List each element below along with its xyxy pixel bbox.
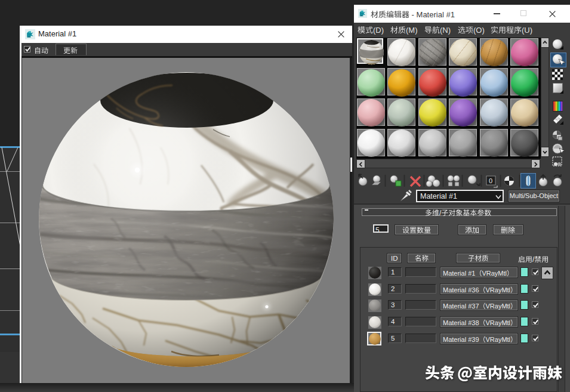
svg-text:- Material #1: - Material #1 bbox=[409, 10, 455, 19]
svg-text:(M): (M) bbox=[406, 26, 418, 35]
svg-text:Material #38: Material #38 bbox=[443, 319, 479, 326]
svg-text:Material #36: Material #36 bbox=[443, 286, 479, 294]
svg-text:VRayMtl: VRayMtl bbox=[486, 303, 511, 310]
svg-text:(N): (N) bbox=[440, 26, 451, 35]
svg-text:VRayMtl: VRayMtl bbox=[486, 286, 511, 294]
svg-text:VRayMtl: VRayMtl bbox=[486, 336, 511, 343]
svg-text:(O): (O) bbox=[473, 26, 485, 35]
svg-text:VRayMtl: VRayMtl bbox=[486, 319, 511, 326]
svg-text:/: / bbox=[532, 255, 535, 264]
svg-text:Material #39: Material #39 bbox=[443, 336, 479, 343]
svg-text:/: / bbox=[439, 209, 442, 217]
svg-text:VRayMtl: VRayMtl bbox=[482, 270, 507, 277]
svg-text:(D): (D) bbox=[373, 26, 384, 35]
svg-text:0: 0 bbox=[489, 177, 492, 184]
svg-text:Material #1: Material #1 bbox=[443, 270, 475, 277]
svg-text:(U): (U) bbox=[522, 26, 532, 35]
svg-text:Material #37: Material #37 bbox=[443, 303, 479, 310]
